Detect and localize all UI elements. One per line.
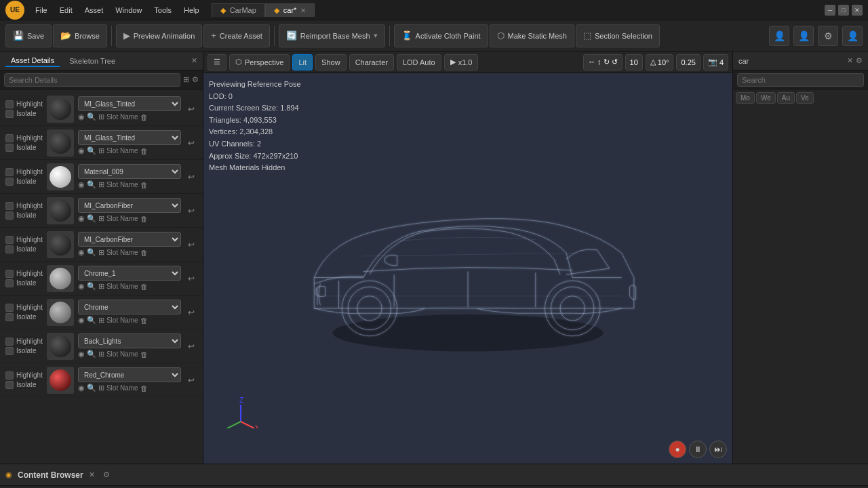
- reset-button-9[interactable]: ↩: [185, 306, 197, 319]
- search-mat-icon-7[interactable]: 🔍: [87, 248, 96, 257]
- activate-cloth-button[interactable]: 🧵 Activate Cloth Paint: [394, 24, 488, 47]
- nav-icon[interactable]: ◉: [78, 113, 85, 121]
- search-mat-icon-6[interactable]: 🔍: [87, 214, 96, 223]
- browse-mat-icon-5[interactable]: ⊞: [98, 180, 104, 189]
- tab-asset-details[interactable]: Asset Details: [5, 55, 60, 67]
- tab-carmap[interactable]: ◆ CarMap: [212, 3, 265, 17]
- skip-forward-button[interactable]: ⏭: [709, 441, 727, 458]
- delete-mat-icon-5[interactable]: 🗑: [140, 181, 148, 189]
- content-browser-close-icon[interactable]: ✕: [89, 470, 95, 479]
- material-select-4[interactable]: MI_Glass_Tinted: [78, 130, 181, 145]
- reset-button-8[interactable]: ↩: [185, 272, 197, 285]
- isolate-checkbox-5[interactable]: [5, 178, 14, 186]
- menu-asset[interactable]: Asset: [79, 4, 109, 16]
- material-select-11[interactable]: Red_Chrome: [78, 367, 181, 382]
- scale-button[interactable]: 0.25: [676, 54, 700, 70]
- browse-mat-icon-10[interactable]: ⊞: [98, 350, 104, 359]
- material-select-7[interactable]: MI_CarbonFiber: [78, 232, 181, 247]
- isolate-checkbox[interactable]: [5, 110, 14, 118]
- lod-count-button[interactable]: 10: [625, 54, 643, 70]
- highlight-checkbox-6[interactable]: [5, 202, 14, 210]
- tab-car[interactable]: ◆ car* ✕: [265, 3, 315, 17]
- menu-window[interactable]: Window: [110, 4, 147, 16]
- isolate-checkbox-6[interactable]: [5, 211, 14, 220]
- isolate-checkbox-11[interactable]: [5, 381, 14, 389]
- browse-button[interactable]: 📂 Browse: [53, 24, 107, 47]
- create-asset-button[interactable]: + Create Asset: [203, 24, 270, 47]
- isolate-checkbox-4[interactable]: [5, 144, 14, 152]
- angle-button[interactable]: △ 10°: [646, 54, 674, 70]
- rp-tab-au[interactable]: Au: [777, 92, 795, 104]
- menu-help[interactable]: Help: [178, 4, 205, 16]
- highlight-checkbox-5[interactable]: [5, 168, 14, 176]
- highlight-checkbox-7[interactable]: [5, 236, 14, 244]
- browse-mat-icon-6[interactable]: ⊞: [98, 214, 104, 223]
- rp-tab-mo[interactable]: Mo: [736, 92, 755, 104]
- rp-settings-icon[interactable]: ⚙: [856, 56, 863, 65]
- reset-button-6[interactable]: ↩: [185, 205, 197, 217]
- browse-mat-icon-11[interactable]: ⊞: [98, 384, 104, 392]
- delete-mat-icon-6[interactable]: 🗑: [140, 215, 148, 223]
- viewport-content[interactable]: Z X Previewing Reference Pose LOD: 0 Cur…: [203, 73, 732, 464]
- menu-edit[interactable]: Edit: [54, 4, 78, 16]
- user-button[interactable]: 👤: [793, 26, 814, 46]
- show-button[interactable]: Show: [315, 54, 347, 70]
- material-select-6[interactable]: MI_CarbonFiber: [78, 198, 181, 213]
- nav-icon-4[interactable]: ◉: [78, 146, 85, 155]
- menu-file[interactable]: File: [30, 4, 53, 16]
- tab-close-icon[interactable]: ✕: [300, 7, 306, 14]
- rp-search-input[interactable]: [737, 73, 864, 87]
- cb-settings-icon[interactable]: ⚙: [103, 470, 110, 479]
- material-select-8[interactable]: Chrome_1: [78, 266, 181, 281]
- browse-mat-icon[interactable]: ⊞: [98, 113, 104, 121]
- tab-skeleton-tree[interactable]: Skeleton Tree: [64, 56, 121, 66]
- settings-button[interactable]: ⚙: [818, 26, 838, 46]
- reset-button-3[interactable]: ↩: [185, 103, 197, 115]
- nav-icon-8[interactable]: ◉: [78, 282, 85, 291]
- browse-mat-icon-9[interactable]: ⊞: [98, 316, 104, 325]
- play-button[interactable]: ▶ x1.0: [444, 54, 479, 70]
- browse-mat-icon-8[interactable]: ⊞: [98, 282, 104, 291]
- rp-tab-ve[interactable]: Ve: [796, 92, 814, 104]
- highlight-checkbox-9[interactable]: [5, 304, 14, 312]
- delete-mat-icon-10[interactable]: 🗑: [140, 350, 148, 359]
- isolate-checkbox-10[interactable]: [5, 347, 14, 355]
- nav-icon-5[interactable]: ◉: [78, 180, 85, 189]
- delete-mat-icon-11[interactable]: 🗑: [140, 384, 148, 392]
- search-mat-icon-10[interactable]: 🔍: [87, 350, 96, 359]
- perspective-button[interactable]: ⬡ Perspective: [229, 54, 290, 70]
- nav-icon-6[interactable]: ◉: [78, 214, 85, 223]
- menu-tools[interactable]: Tools: [149, 4, 177, 16]
- skeleton-display-button[interactable]: 👤: [769, 26, 789, 46]
- delete-mat-icon[interactable]: 🗑: [140, 113, 148, 121]
- reset-button-7[interactable]: ↩: [185, 239, 197, 251]
- highlight-checkbox[interactable]: [5, 100, 14, 108]
- search-mat-icon-8[interactable]: 🔍: [87, 282, 96, 291]
- maximize-button[interactable]: □: [838, 5, 849, 16]
- search-details-input[interactable]: [4, 73, 180, 87]
- search-mat-icon[interactable]: 🔍: [87, 113, 96, 121]
- delete-mat-icon-8[interactable]: 🗑: [140, 283, 148, 291]
- highlight-checkbox-11[interactable]: [5, 371, 14, 380]
- section-selection-button[interactable]: ⬚ Section Selection: [576, 24, 660, 47]
- delete-mat-icon-4[interactable]: 🗑: [140, 147, 148, 155]
- highlight-checkbox-8[interactable]: [5, 270, 14, 278]
- minimize-button[interactable]: ─: [825, 5, 835, 16]
- close-button[interactable]: ✕: [852, 5, 863, 16]
- grid-view-icon[interactable]: ⊞: [183, 75, 189, 84]
- move-mode-buttons[interactable]: ↔ ↕ ↻ ↺: [583, 54, 623, 70]
- save-button[interactable]: 💾 Save: [5, 24, 52, 47]
- nav-icon-10[interactable]: ◉: [78, 350, 85, 359]
- nav-icon-7[interactable]: ◉: [78, 248, 85, 257]
- isolate-checkbox-8[interactable]: [5, 279, 14, 287]
- make-static-mesh-button[interactable]: ⬡ Make Static Mesh: [490, 24, 574, 47]
- browse-mat-icon-4[interactable]: ⊞: [98, 146, 104, 155]
- nav-icon-9[interactable]: ◉: [78, 316, 85, 325]
- reset-button-11[interactable]: ↩: [185, 374, 197, 386]
- isolate-checkbox-7[interactable]: [5, 245, 14, 253]
- highlight-checkbox-4[interactable]: [5, 134, 14, 142]
- hamburger-button[interactable]: ☰: [208, 54, 226, 70]
- nav-icon-11[interactable]: ◉: [78, 384, 85, 392]
- rp-close-icon[interactable]: ✕: [847, 56, 853, 65]
- lit-button[interactable]: Lit: [292, 54, 313, 70]
